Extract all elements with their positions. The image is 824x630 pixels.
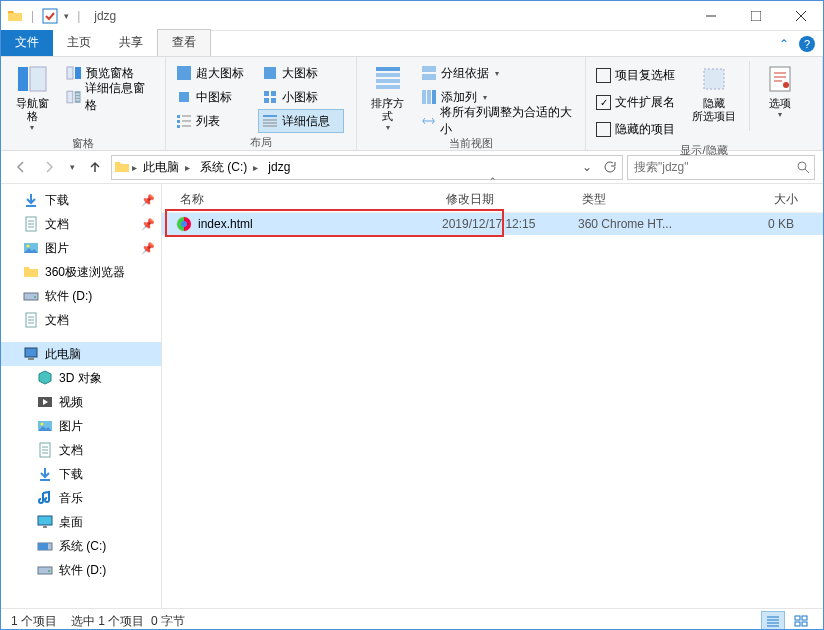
svg-point-43 xyxy=(798,162,806,170)
tab-view[interactable]: 查看 xyxy=(157,29,211,56)
view-l-icons[interactable]: 大图标 xyxy=(258,61,344,85)
search-input[interactable] xyxy=(632,159,796,175)
view-list[interactable]: 列表 xyxy=(172,109,258,133)
column-headers[interactable]: 名称 修改日期 类型 大小 xyxy=(162,186,823,213)
file-row[interactable]: index.html2019/12/17 12:15360 Chrome HT.… xyxy=(162,213,823,235)
tree-item[interactable]: 文档 xyxy=(1,308,161,332)
svg-rect-20 xyxy=(271,98,276,103)
hide-selected-button[interactable]: 隐藏 所选项目 xyxy=(683,61,745,125)
search-icon[interactable] xyxy=(796,160,810,174)
file-pane: ⌃ 名称 修改日期 类型 大小 index.html2019/12/17 12:… xyxy=(162,184,823,608)
svg-point-75 xyxy=(181,221,187,227)
svg-rect-21 xyxy=(177,115,180,118)
col-size[interactable]: 大小 xyxy=(710,191,806,208)
status-item-count: 1 个项目 xyxy=(11,613,57,630)
svg-rect-6 xyxy=(30,67,46,91)
3d-icon xyxy=(37,370,53,386)
col-date[interactable]: 修改日期 xyxy=(438,191,574,208)
tree-item[interactable]: 系统 (C:) xyxy=(1,534,161,558)
view-details[interactable]: 详细信息 xyxy=(258,109,344,133)
minimize-button[interactable] xyxy=(688,1,733,30)
group-by-button[interactable]: 分组依据▾ xyxy=(417,61,579,85)
svg-rect-18 xyxy=(271,91,276,96)
tree-item[interactable]: 文档📌 xyxy=(1,212,161,236)
tree-item[interactable]: 下载📌 xyxy=(1,188,161,212)
group-label-panes: 窗格 xyxy=(7,134,159,154)
svg-rect-7 xyxy=(67,67,73,79)
address-dropdown-button[interactable]: ⌄ xyxy=(576,157,598,178)
pic-icon xyxy=(37,418,53,434)
tree-item[interactable]: 音乐 xyxy=(1,486,161,510)
maximize-button[interactable] xyxy=(733,1,778,30)
svg-rect-33 xyxy=(376,79,400,83)
tree-item[interactable]: 360极速浏览器 xyxy=(1,260,161,284)
tab-file[interactable]: 文件 xyxy=(1,30,53,56)
tree-item[interactable]: 软件 (D:) xyxy=(1,284,161,308)
svg-rect-80 xyxy=(795,616,800,620)
desktop-icon xyxy=(37,514,53,530)
pic-icon xyxy=(23,240,39,256)
col-name[interactable]: 名称 xyxy=(162,191,438,208)
nav-forward-button[interactable] xyxy=(37,155,61,179)
nav-tree[interactable]: 下载📌文档📌图片📌360极速浏览器软件 (D:)文档此电脑3D 对象视频图片文档… xyxy=(1,184,162,608)
help-icon[interactable]: ? xyxy=(799,36,815,52)
main-area: 下载📌文档📌图片📌360极速浏览器软件 (D:)文档此电脑3D 对象视频图片文档… xyxy=(1,184,823,608)
col-type[interactable]: 类型 xyxy=(574,191,710,208)
view-xl-icons[interactable]: 超大图标 xyxy=(172,61,258,85)
tab-home[interactable]: 主页 xyxy=(53,30,105,56)
svg-rect-59 xyxy=(28,358,34,360)
nav-up-button[interactable] xyxy=(83,155,107,179)
ribbon-collapse-icon[interactable]: ⌃ xyxy=(779,37,789,51)
tree-item[interactable]: 文档 xyxy=(1,438,161,462)
nav-back-button[interactable] xyxy=(9,155,33,179)
svg-rect-37 xyxy=(422,90,426,104)
tree-item[interactable]: 图片📌 xyxy=(1,236,161,260)
svg-rect-81 xyxy=(802,616,807,620)
tree-item[interactable]: 桌面 xyxy=(1,510,161,534)
ribbon: 导航窗格 ▾ 预览窗格 详细信息窗格 窗格 超大图标 大图标 xyxy=(1,56,823,151)
view-icons-toggle[interactable] xyxy=(789,611,813,630)
close-button[interactable] xyxy=(778,1,823,30)
separator: | xyxy=(77,9,80,23)
breadcrumb[interactable]: 此电脑▸ xyxy=(139,159,194,176)
group-label-current: 当前视图 xyxy=(363,134,579,154)
autosize-columns-button[interactable]: 将所有列调整为合适的大小 xyxy=(417,109,579,133)
checkbox-file-extensions[interactable]: ✓文件扩展名 xyxy=(592,90,679,114)
nav-recent-button[interactable]: ▾ xyxy=(65,155,79,179)
status-bar: 1 个项目 选中 1 个项目 0 字节 xyxy=(1,608,823,630)
pin-icon: 📌 xyxy=(141,218,155,231)
view-s-icons[interactable]: 小图标 xyxy=(258,85,344,109)
refresh-button[interactable] xyxy=(598,157,620,178)
svg-rect-19 xyxy=(264,98,269,103)
checkbox-item-checkboxes[interactable]: 项目复选框 xyxy=(592,63,679,87)
breadcrumb[interactable]: 系统 (C:)▸ xyxy=(196,159,262,176)
options-button[interactable]: 选项 ▾ xyxy=(754,61,806,121)
tree-item[interactable]: 图片 xyxy=(1,414,161,438)
tab-share[interactable]: 共享 xyxy=(105,30,157,56)
sort-button[interactable]: 排序方式 ▾ xyxy=(363,61,413,134)
nav-pane-button[interactable]: 导航窗格 ▾ xyxy=(7,61,58,134)
svg-rect-9 xyxy=(67,91,73,103)
svg-rect-35 xyxy=(422,66,436,72)
tree-item[interactable]: 此电脑 xyxy=(1,342,161,366)
svg-rect-2 xyxy=(751,11,761,21)
drive-icon xyxy=(23,288,39,304)
tree-item[interactable]: 3D 对象 xyxy=(1,366,161,390)
folder-icon xyxy=(7,8,23,24)
svg-rect-83 xyxy=(802,622,807,626)
tree-item[interactable]: 软件 (D:) xyxy=(1,558,161,582)
view-m-icons[interactable]: 中图标 xyxy=(172,85,258,109)
details-pane-button[interactable]: 详细信息窗格 xyxy=(62,85,159,109)
music-icon xyxy=(37,490,53,506)
svg-rect-68 xyxy=(38,516,52,525)
svg-rect-0 xyxy=(43,9,57,23)
breadcrumb[interactable]: jdzg xyxy=(264,160,294,174)
svg-rect-39 xyxy=(432,90,436,104)
tree-item[interactable]: 视频 xyxy=(1,390,161,414)
tree-item[interactable]: 下载 xyxy=(1,462,161,486)
checkbox-hidden-items[interactable]: 隐藏的项目 xyxy=(592,117,679,141)
view-details-toggle[interactable] xyxy=(761,611,785,630)
checkbox-icon[interactable] xyxy=(42,8,58,24)
chevron-down-icon[interactable]: ▾ xyxy=(64,11,69,21)
svg-rect-71 xyxy=(38,543,48,550)
